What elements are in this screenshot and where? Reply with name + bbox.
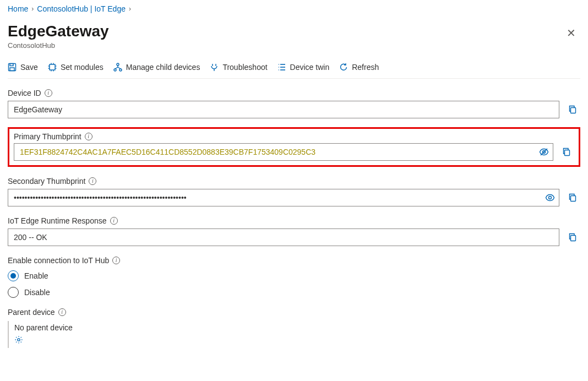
secondary-thumbprint-input[interactable] — [8, 189, 559, 206]
enable-radio-label: Enable — [24, 271, 48, 280]
page-title: EdgeGateway — [8, 23, 109, 40]
device-id-label: Device ID — [8, 89, 41, 97]
info-icon[interactable]: i — [112, 257, 120, 264]
eye-off-icon — [539, 147, 549, 157]
svg-rect-26 — [571, 195, 576, 201]
device-id-input[interactable] — [8, 101, 559, 118]
radio-icon — [8, 287, 19, 298]
configure-parent-button[interactable] — [14, 335, 580, 346]
enable-radio[interactable]: Enable — [8, 270, 580, 281]
hide-primary-thumbprint-button[interactable] — [539, 147, 549, 157]
enable-connection-label: Enable connection to IoT Hub — [8, 256, 109, 265]
refresh-label: Refresh — [352, 63, 379, 72]
info-icon[interactable]: i — [85, 133, 92, 140]
svg-point-12 — [117, 63, 119, 66]
modules-icon — [48, 63, 57, 72]
manage-children-button[interactable]: Manage child devices — [113, 63, 200, 72]
breadcrumb-sep-icon: › — [129, 5, 131, 13]
device-twin-label: Device twin — [290, 63, 330, 72]
set-modules-button[interactable]: Set modules — [48, 63, 104, 72]
close-button[interactable]: ✕ — [562, 25, 580, 41]
runtime-response-input[interactable] — [8, 228, 559, 246]
refresh-icon — [339, 63, 348, 72]
svg-rect-27 — [571, 235, 576, 241]
svg-rect-1 — [10, 63, 13, 66]
info-icon[interactable]: i — [110, 217, 118, 225]
svg-rect-2 — [10, 68, 14, 71]
copy-icon — [568, 105, 577, 114]
refresh-button[interactable]: Refresh — [339, 63, 379, 72]
save-button[interactable]: Save — [8, 63, 38, 72]
svg-point-13 — [114, 69, 116, 71]
hierarchy-icon — [113, 63, 122, 72]
copy-primary-thumbprint-button[interactable] — [559, 144, 574, 160]
save-icon — [8, 63, 17, 72]
secondary-thumbprint-label: Secondary Thumbprint — [8, 177, 85, 186]
breadcrumb: Home › ContosolotHub | IoT Edge › — [8, 4, 580, 13]
disable-radio[interactable]: Disable — [8, 287, 580, 298]
copy-runtime-button[interactable] — [565, 230, 580, 245]
page-subtitle: ContosolotHub — [8, 41, 109, 50]
copy-icon — [562, 148, 571, 156]
primary-thumbprint-section: Primary Thumbprint i — [8, 127, 580, 167]
set-modules-label: Set modules — [61, 63, 104, 72]
svg-point-14 — [119, 69, 122, 71]
device-twin-button[interactable]: Device twin — [277, 63, 330, 72]
info-icon[interactable]: i — [45, 89, 52, 97]
svg-rect-24 — [565, 150, 570, 155]
copy-icon — [568, 233, 577, 242]
list-icon — [277, 63, 286, 72]
troubleshoot-label: Troubleshoot — [222, 63, 267, 72]
disable-radio-label: Disable — [24, 288, 50, 297]
runtime-response-label: IoT Edge Runtime Response — [8, 216, 107, 225]
svg-point-28 — [18, 339, 20, 341]
eye-icon — [545, 193, 555, 203]
svg-rect-3 — [50, 64, 55, 70]
svg-point-25 — [549, 196, 552, 199]
primary-thumbprint-input[interactable] — [14, 143, 553, 161]
copy-device-id-button[interactable] — [565, 102, 580, 117]
gear-icon — [14, 335, 23, 344]
troubleshoot-icon — [210, 63, 219, 72]
manage-children-label: Manage child devices — [126, 63, 200, 72]
primary-thumbprint-label: Primary Thumbprint — [14, 132, 81, 141]
breadcrumb-home[interactable]: Home — [8, 4, 28, 13]
radio-icon — [8, 270, 19, 281]
info-icon[interactable]: i — [89, 177, 96, 185]
breadcrumb-sep-icon: › — [31, 5, 34, 13]
info-icon[interactable]: i — [58, 308, 66, 316]
parent-device-label: Parent device — [8, 308, 55, 317]
copy-secondary-thumbprint-button[interactable] — [565, 190, 580, 205]
troubleshoot-button[interactable]: Troubleshoot — [210, 63, 267, 72]
show-secondary-thumbprint-button[interactable] — [545, 193, 555, 203]
breadcrumb-hub[interactable]: ContosolotHub | IoT Edge — [37, 4, 126, 13]
toolbar: Save Set modules Manage child devices Tr… — [8, 59, 580, 79]
copy-icon — [568, 193, 577, 202]
svg-rect-21 — [571, 107, 576, 113]
parent-device-value: No parent device — [14, 323, 580, 332]
save-label: Save — [20, 63, 38, 72]
